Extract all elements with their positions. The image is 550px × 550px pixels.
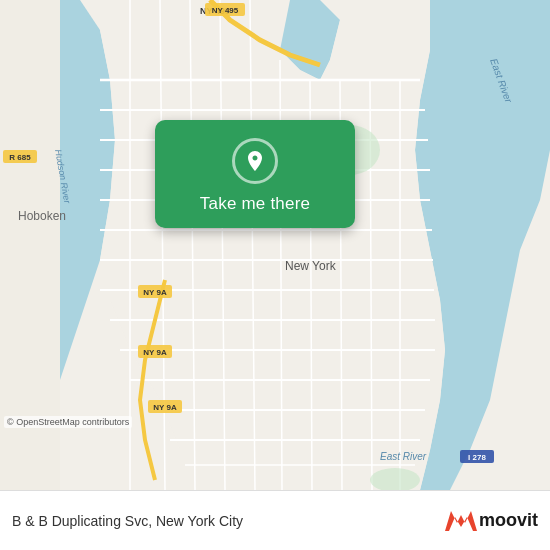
svg-text:NY 9A: NY 9A — [143, 348, 167, 357]
svg-text:New York: New York — [285, 259, 337, 273]
place-name: B & B Duplicating Svc, New York City — [12, 513, 437, 529]
svg-text:I 278: I 278 — [468, 453, 486, 462]
osm-attribution: © OpenStreetMap contributors — [4, 416, 132, 428]
svg-text:East River: East River — [380, 451, 427, 462]
map-view: Hoboken — [0, 0, 550, 490]
svg-text:NY 495: NY 495 — [212, 6, 239, 15]
take-me-there-button[interactable]: Take me there — [200, 194, 310, 214]
moovit-text: moovit — [479, 510, 538, 531]
moovit-logo: moovit — [445, 507, 538, 535]
svg-text:NY 9A: NY 9A — [143, 288, 167, 297]
app-container: Hoboken — [0, 0, 550, 550]
bottom-bar: B & B Duplicating Svc, New York City moo… — [0, 490, 550, 550]
svg-text:NY 9A: NY 9A — [153, 403, 177, 412]
svg-marker-50 — [445, 511, 477, 531]
location-card: Take me there — [155, 120, 355, 228]
pin-icon — [243, 149, 267, 173]
svg-text:R 685: R 685 — [9, 153, 31, 162]
svg-text:Hoboken: Hoboken — [18, 209, 66, 223]
location-icon — [232, 138, 278, 184]
moovit-logo-icon — [445, 507, 477, 535]
